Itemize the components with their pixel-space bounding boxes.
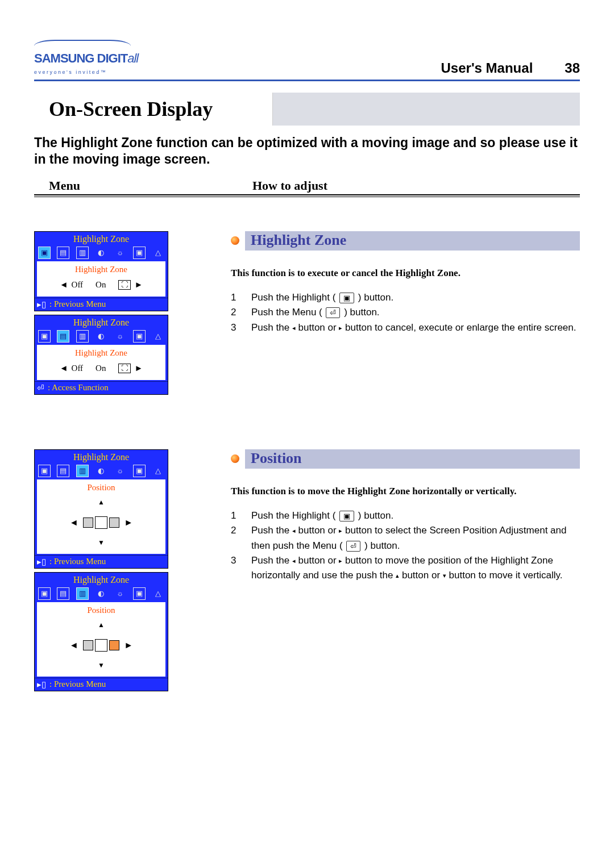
row-highlight-zone: Highlight Zone ▣ ▤ ▥ ◐ ☼ ▣ △ Highlight Z…	[34, 231, 580, 398]
osd-icon-3: ▥	[76, 587, 89, 600]
intro-text: The Highlight Zone function can be optim…	[34, 135, 580, 168]
arrow-right-icon	[124, 640, 133, 650]
osd-icon-6: ▣	[133, 330, 146, 343]
steps-pos: 1Push the Highlight ( ▣ ) button. 2Push …	[231, 508, 580, 583]
section-desc-hz: This function is to execute or cancel th…	[231, 268, 580, 279]
osd-ctrl-row: Off On ⛶	[40, 280, 162, 290]
bullet-icon	[231, 454, 239, 463]
brand-tagline: everyone's invited™	[34, 69, 107, 75]
osd-icon-3: ▥	[76, 247, 89, 259]
header-label: User's Manual	[441, 60, 533, 76]
arrow-down-icon	[98, 539, 105, 547]
osd-icon-1: ▣	[38, 330, 51, 343]
osd-icon-7: △	[152, 465, 164, 477]
position-control	[67, 498, 135, 547]
howto-col-hz: Highlight Zone This function is to execu…	[205, 231, 580, 398]
osd-footer: ▸▯ : Previous Menu	[35, 678, 168, 691]
osd-title: Highlight Zone	[35, 315, 168, 329]
brand-arc	[34, 40, 131, 52]
step-text: Push the ◂ button or ▸ button to select …	[251, 523, 580, 553]
osd-icon-5: ☼	[114, 247, 126, 259]
section-title: Highlight Zone	[245, 231, 580, 251]
menu-col-pos: Highlight Zone ▣ ▤ ▥ ◐ ☼ ▣ △ Position	[34, 449, 205, 695]
step-row: 3Push the ◂ button or ▸ button to move t…	[231, 553, 580, 583]
osd-icon-2: ▤	[57, 587, 69, 600]
osd-footer: ▸▯ : Previous Menu	[35, 298, 168, 311]
osd-title: Highlight Zone	[35, 232, 168, 245]
exit-icon: ▸▯	[37, 299, 46, 310]
step-row: 1Push the Highlight ( ▣ ) button.	[231, 508, 580, 523]
osd-sub-label: Position	[40, 483, 162, 493]
arrow-left-icon	[69, 518, 78, 528]
step-text: Push the ◂ button or ▸ button to move th…	[251, 553, 580, 583]
osd-icon-3: ▥	[76, 330, 89, 343]
header-right: User's Manual 38	[441, 60, 580, 76]
osd-icon-5: ☼	[114, 330, 126, 343]
arrow-left-icon	[60, 364, 68, 373]
brand-wordmark: SAMSUNG DIGITall	[34, 51, 138, 65]
step-text: Push the Highlight ( ▣ ) button.	[251, 508, 580, 523]
osd-icon-6: ▣	[133, 465, 146, 477]
pos-right-chip	[109, 518, 119, 528]
page-number: 38	[565, 60, 580, 76]
osd-panel-hz-2: Highlight Zone ▣ ▤ ▥ ◐ ☼ ▣ △ Highlight Z…	[34, 315, 168, 395]
step-text: Push the Highlight ( ▣ ) button.	[251, 290, 580, 305]
section-heading-pos: Position	[231, 449, 580, 469]
menu-col-hz: Highlight Zone ▣ ▤ ▥ ◐ ☼ ▣ △ Highlight Z…	[34, 231, 205, 398]
osd-icon-4: ◐	[95, 330, 107, 343]
osd-off: Off	[72, 364, 84, 373]
pos-center-chip	[95, 516, 107, 529]
highlight-button-icon: ▣	[339, 511, 354, 521]
section-heading-hz: Highlight Zone	[231, 231, 580, 251]
highlight-button-icon: ▣	[339, 293, 354, 303]
howto-col-pos: Position This function is to move the Hi…	[205, 449, 580, 695]
osd-panel-hz-1: Highlight Zone ▣ ▤ ▥ ◐ ☼ ▣ △ Highlight Z…	[34, 231, 168, 311]
position-control	[67, 621, 135, 670]
osd-footer-text: : Previous Menu	[49, 557, 106, 566]
osd-icon-strip: ▣ ▤ ▥ ◐ ☼ ▣ △	[35, 586, 168, 601]
brand-text-b: all	[127, 51, 138, 65]
osd-sub-label: Position	[40, 606, 162, 615]
osd-footer-text: : Previous Menu	[49, 299, 106, 309]
osd-icon-5: ☼	[114, 465, 126, 477]
header-divider	[34, 80, 580, 81]
bullet-icon	[231, 236, 239, 245]
osd-icon-6: ▣	[133, 587, 146, 600]
header: SAMSUNG DIGITall everyone's invited™ Use…	[34, 40, 580, 76]
osd-icon-2: ▤	[57, 330, 69, 343]
osd-icon-7: △	[152, 247, 164, 259]
subheaders: Menu How to adjust	[34, 178, 580, 193]
osd-sub-label: Highlight Zone	[40, 348, 162, 358]
section-desc-pos: This function is to move the Highlight Z…	[231, 486, 580, 497]
osd-title: Highlight Zone	[35, 450, 168, 464]
osd-icon-1: ▣	[38, 465, 51, 477]
osd-icon-2: ▤	[57, 247, 69, 259]
page-title: On-Screen Display	[34, 93, 580, 121]
osd-icon-1: ▣	[38, 587, 51, 600]
arrow-up-icon	[98, 621, 105, 629]
osd-on: On	[96, 280, 106, 290]
osd-title: Highlight Zone	[35, 573, 168, 586]
exit-icon: ▸▯	[37, 557, 46, 567]
exit-icon: ▸▯	[37, 679, 46, 690]
brand-text-a: SAMSUNG DIGIT	[34, 51, 127, 65]
step-row: 1Push the Highlight ( ▣ ) button.	[231, 290, 580, 305]
osd-icon-5: ☼	[114, 587, 126, 600]
osd-icon-4: ◐	[95, 465, 107, 477]
osd-icon-strip: ▣ ▤ ▥ ◐ ☼ ▣ △	[35, 464, 168, 478]
osd-icon-1: ▣	[38, 247, 51, 259]
step-text: Push the ◂ button or ▸ button to cancel,…	[251, 320, 580, 335]
osd-ctrl-row: Off On ⛶	[40, 364, 162, 373]
osd-icon-strip: ▣ ▤ ▥ ◐ ☼ ▣ △	[35, 245, 168, 260]
page: SAMSUNG DIGITall everyone's invited™ Use…	[0, 0, 614, 717]
step-row: 3Push the ◂ button or ▸ button to cancel…	[231, 320, 580, 335]
arrow-right-icon	[134, 280, 143, 290]
arrow-left-icon	[60, 280, 68, 290]
pos-right-chip	[109, 640, 119, 650]
col-howto: How to adjust	[205, 178, 580, 193]
menu-button-icon: ⏎	[326, 307, 340, 318]
subheader-divider	[34, 194, 580, 197]
arrow-down-icon	[98, 661, 105, 670]
osd-footer: ▸▯ : Previous Menu	[35, 555, 168, 568]
osd-icon-4: ◐	[95, 247, 107, 259]
